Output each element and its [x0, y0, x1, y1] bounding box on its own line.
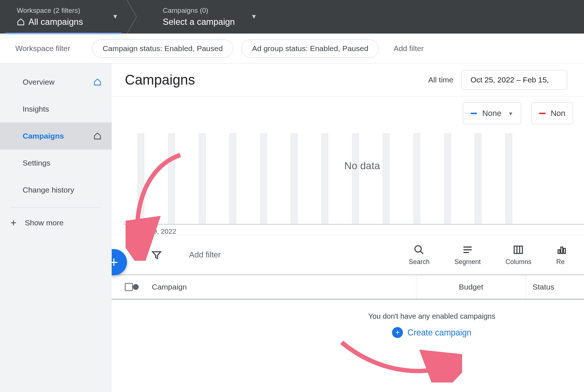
- series-indicator-blue: [470, 113, 477, 114]
- crumb-campaign[interactable]: Campaigns (0) Select a campaign ▼: [146, 0, 270, 34]
- tool-label: Re: [556, 258, 565, 266]
- sidebar-item-insights[interactable]: Insights: [0, 96, 112, 123]
- show-more-button[interactable]: + Show more: [0, 210, 112, 236]
- add-filter-link[interactable]: Add filter: [393, 44, 424, 53]
- column-header-budget[interactable]: Budget: [416, 275, 526, 299]
- sidebar-item-label: Campaigns: [23, 132, 64, 140]
- sidebar: Overview Insights Campaigns Settings Cha…: [0, 63, 112, 392]
- svg-point-0: [415, 246, 422, 252]
- plus-icon: +: [112, 254, 118, 271]
- plus-icon: +: [9, 217, 18, 229]
- filterbar-label: Workspace filter: [15, 44, 70, 53]
- chevron-down-icon: ▼: [508, 110, 514, 117]
- sidebar-item-label: Settings: [23, 159, 50, 167]
- search-icon: [414, 244, 424, 256]
- annotation-arrow: [338, 339, 462, 383]
- filter-icon[interactable]: [151, 249, 162, 260]
- sidebar-item-label: Overview: [23, 78, 55, 86]
- table-header: Campaign Budget Status: [112, 274, 584, 300]
- reports-button[interactable]: Re: [556, 244, 571, 266]
- select-all-checkbox[interactable]: [125, 283, 133, 291]
- chart-bars: [137, 133, 584, 224]
- crumb-workspace-sup: Workspace (2 filters): [17, 7, 121, 15]
- columns-button[interactable]: Columns: [506, 244, 531, 266]
- svg-rect-1: [514, 246, 523, 253]
- column-header-status[interactable]: Status: [526, 275, 577, 299]
- chart-area: None ▼ Non No data Oct 29, 2022 +: [112, 96, 584, 235]
- segment-button[interactable]: Segment: [454, 244, 481, 266]
- sidebar-item-campaigns[interactable]: Campaigns: [0, 123, 112, 150]
- chevron-down-icon[interactable]: ▼: [112, 13, 118, 20]
- chart-axis-line: [123, 224, 584, 225]
- filter-chip-adgroup-status[interactable]: Ad group status: Enabled, Paused: [241, 39, 379, 58]
- tool-label: Search: [409, 258, 430, 266]
- metric-label: Non: [551, 109, 565, 118]
- sidebar-item-label: Insights: [23, 105, 49, 113]
- series-indicator-red: [539, 113, 546, 114]
- filter-chip-campaign-status[interactable]: Campaign status: Enabled, Paused: [92, 39, 233, 58]
- date-range-picker[interactable]: Oct 25, 2022 – Feb 15,: [461, 70, 567, 90]
- home-icon: [93, 132, 101, 140]
- create-campaign-link[interactable]: + Create campaign: [392, 327, 471, 338]
- sidebar-item-label: Change history: [23, 186, 74, 194]
- chevron-down-icon[interactable]: ▼: [251, 13, 257, 20]
- search-button[interactable]: Search: [409, 244, 430, 266]
- no-data-label: No data: [344, 160, 380, 172]
- table-toolbar: Add filter Search Segment: [112, 235, 584, 274]
- empty-message: You don't have any enabled campaigns: [368, 312, 495, 321]
- plus-circle-icon: +: [392, 327, 403, 338]
- columns-icon: [513, 244, 524, 256]
- metric-selector-2[interactable]: Non: [531, 102, 573, 124]
- content: Campaigns All time Oct 25, 2022 – Feb 15…: [112, 63, 584, 392]
- segment-icon: [462, 244, 473, 256]
- crumb-workspace[interactable]: Workspace (2 filters) All campaigns ▼: [0, 0, 131, 34]
- show-more-label: Show more: [25, 218, 64, 227]
- date-prefix: All time: [428, 75, 453, 84]
- crumb-campaign-label: Select a campaign: [163, 17, 235, 27]
- home-icon: [93, 78, 101, 86]
- sidebar-item-change-history[interactable]: Change history: [0, 176, 112, 203]
- loading-indicator: [5, 33, 122, 34]
- sidebar-separator: [10, 207, 101, 207]
- svg-rect-4: [564, 248, 565, 253]
- reports-icon: [556, 244, 567, 256]
- sidebar-item-overview[interactable]: Overview: [0, 69, 112, 96]
- content-header: Campaigns All time Oct 25, 2022 – Feb 15…: [112, 63, 584, 96]
- crumb-campaign-sup: Campaigns (0): [163, 7, 260, 15]
- crumb-divider: [131, 0, 146, 34]
- svg-rect-2: [558, 250, 560, 253]
- svg-rect-3: [561, 247, 563, 254]
- sidebar-item-settings[interactable]: Settings: [0, 150, 112, 176]
- create-campaign-label: Create campaign: [407, 328, 471, 338]
- filter-bar: Workspace filter Campaign status: Enable…: [0, 34, 584, 63]
- status-column-header[interactable]: [133, 284, 139, 290]
- add-filter-button[interactable]: Add filter: [189, 250, 221, 260]
- crumb-workspace-label: All campaigns: [28, 17, 83, 27]
- main: Overview Insights Campaigns Settings Cha…: [0, 63, 584, 392]
- empty-state: You don't have any enabled campaigns + C…: [112, 300, 584, 338]
- metric-label: None: [482, 109, 502, 118]
- tool-label: Columns: [506, 258, 531, 266]
- metric-selector-1[interactable]: None ▼: [463, 102, 521, 124]
- column-header-campaign[interactable]: Campaign: [139, 283, 416, 291]
- home-icon: [17, 18, 25, 26]
- chart-axis-date: Oct 29, 2022: [137, 228, 176, 236]
- tool-label: Segment: [454, 258, 481, 266]
- breadcrumb-bar: Workspace (2 filters) All campaigns ▼ Ca…: [0, 0, 584, 34]
- page-title: Campaigns: [125, 72, 195, 88]
